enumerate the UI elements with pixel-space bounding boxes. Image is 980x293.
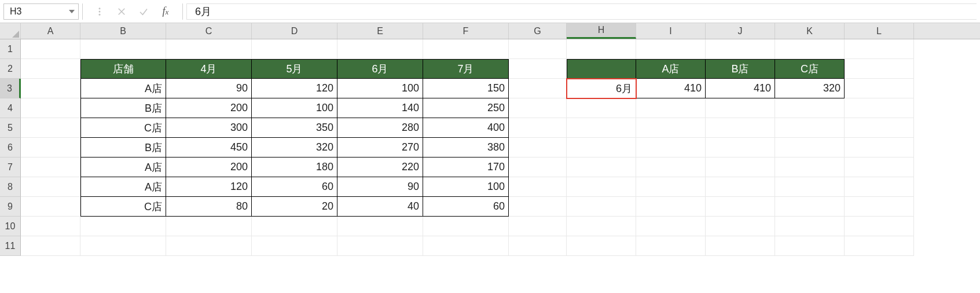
enter-icon[interactable]: [136, 4, 151, 19]
cell-I1[interactable]: [636, 39, 706, 59]
col-header-F[interactable]: F: [423, 23, 509, 39]
cell-H11[interactable]: [567, 236, 636, 256]
cell-F7[interactable]: 170: [423, 158, 509, 177]
cell-B1[interactable]: [80, 39, 166, 59]
select-all-corner[interactable]: [0, 23, 21, 39]
cell-D9[interactable]: 20: [252, 197, 337, 217]
cell-G11[interactable]: [509, 236, 567, 256]
row-header-11[interactable]: 11: [0, 236, 21, 256]
row-header-1[interactable]: 1: [0, 39, 21, 59]
cell-G6[interactable]: [509, 138, 567, 158]
cancel-icon[interactable]: [114, 4, 129, 19]
cell-L2[interactable]: [845, 59, 914, 79]
cell-A4[interactable]: [21, 98, 80, 118]
cell-A8[interactable]: [21, 177, 80, 197]
table2-header-a[interactable]: A店: [636, 59, 706, 79]
cell-H9[interactable]: [567, 197, 636, 217]
cell-L5[interactable]: [845, 118, 914, 138]
cell-I10[interactable]: [636, 217, 706, 236]
cell-D5[interactable]: 350: [252, 118, 337, 138]
cell-K10[interactable]: [775, 217, 845, 236]
cell-F4[interactable]: 250: [423, 98, 509, 118]
cell-K5[interactable]: [775, 118, 845, 138]
cell-E5[interactable]: 280: [337, 118, 423, 138]
cell-J4[interactable]: [706, 98, 775, 118]
cell-I5[interactable]: [636, 118, 706, 138]
cell-C9[interactable]: 80: [166, 197, 252, 217]
table2-header-blank[interactable]: [567, 59, 636, 79]
cell-H3[interactable]: 6月: [567, 79, 636, 98]
cell-L8[interactable]: [845, 177, 914, 197]
cell-F8[interactable]: 100: [423, 177, 509, 197]
cell-B6[interactable]: B店: [80, 138, 166, 158]
cell-I9[interactable]: [636, 197, 706, 217]
cell-J3[interactable]: 410: [706, 79, 775, 98]
cell-E6[interactable]: 270: [337, 138, 423, 158]
fx-icon[interactable]: fx: [158, 4, 173, 19]
cell-A5[interactable]: [21, 118, 80, 138]
formula-input[interactable]: 6月: [186, 3, 977, 20]
cell-K6[interactable]: [775, 138, 845, 158]
table1-header-apr[interactable]: 4月: [166, 59, 252, 79]
cell-B10[interactable]: [80, 217, 166, 236]
cell-L3[interactable]: [845, 79, 914, 98]
cell-G3[interactable]: [509, 79, 567, 98]
cell-H10[interactable]: [567, 217, 636, 236]
col-header-I[interactable]: I: [636, 23, 706, 39]
cell-J7[interactable]: [706, 158, 775, 177]
cell-G7[interactable]: [509, 158, 567, 177]
cell-E8[interactable]: 90: [337, 177, 423, 197]
row-header-7[interactable]: 7: [0, 158, 21, 177]
cell-H1[interactable]: [567, 39, 636, 59]
cell-E10[interactable]: [337, 217, 423, 236]
cell-A11[interactable]: [21, 236, 80, 256]
cell-K8[interactable]: [775, 177, 845, 197]
cell-D3[interactable]: 120: [252, 79, 337, 98]
col-header-K[interactable]: K: [775, 23, 845, 39]
name-box[interactable]: H3: [3, 3, 79, 20]
row-header-5[interactable]: 5: [0, 118, 21, 138]
cell-H7[interactable]: [567, 158, 636, 177]
cell-F11[interactable]: [423, 236, 509, 256]
cell-K11[interactable]: [775, 236, 845, 256]
cell-C3[interactable]: 90: [166, 79, 252, 98]
row-header-6[interactable]: 6: [0, 138, 21, 158]
cell-F3[interactable]: 150: [423, 79, 509, 98]
table1-header-store[interactable]: 店舗: [80, 59, 166, 79]
cell-C8[interactable]: 120: [166, 177, 252, 197]
cell-E11[interactable]: [337, 236, 423, 256]
cell-C11[interactable]: [166, 236, 252, 256]
cell-E4[interactable]: 140: [337, 98, 423, 118]
cell-D6[interactable]: 320: [252, 138, 337, 158]
cell-J5[interactable]: [706, 118, 775, 138]
cell-A10[interactable]: [21, 217, 80, 236]
cell-H4[interactable]: [567, 98, 636, 118]
cell-D4[interactable]: 100: [252, 98, 337, 118]
cell-A7[interactable]: [21, 158, 80, 177]
col-header-A[interactable]: A: [21, 23, 80, 39]
cell-K9[interactable]: [775, 197, 845, 217]
cell-L11[interactable]: [845, 236, 914, 256]
col-header-C[interactable]: C: [166, 23, 252, 39]
cell-D8[interactable]: 60: [252, 177, 337, 197]
row-header-9[interactable]: 9: [0, 197, 21, 217]
cell-G1[interactable]: [509, 39, 567, 59]
cell-L6[interactable]: [845, 138, 914, 158]
cell-C7[interactable]: 200: [166, 158, 252, 177]
row-header-10[interactable]: 10: [0, 217, 21, 236]
cell-I3[interactable]: 410: [636, 79, 706, 98]
table1-header-may[interactable]: 5月: [252, 59, 337, 79]
cell-B11[interactable]: [80, 236, 166, 256]
row-header-8[interactable]: 8: [0, 177, 21, 197]
table2-header-b[interactable]: B店: [706, 59, 775, 79]
cell-B8[interactable]: A店: [80, 177, 166, 197]
cell-K3[interactable]: 320: [775, 79, 845, 98]
cell-J1[interactable]: [706, 39, 775, 59]
table1-header-jun[interactable]: 6月: [337, 59, 423, 79]
cell-D10[interactable]: [252, 217, 337, 236]
col-header-J[interactable]: J: [706, 23, 775, 39]
col-header-B[interactable]: B: [80, 23, 166, 39]
cell-A6[interactable]: [21, 138, 80, 158]
cell-E1[interactable]: [337, 39, 423, 59]
cell-I7[interactable]: [636, 158, 706, 177]
